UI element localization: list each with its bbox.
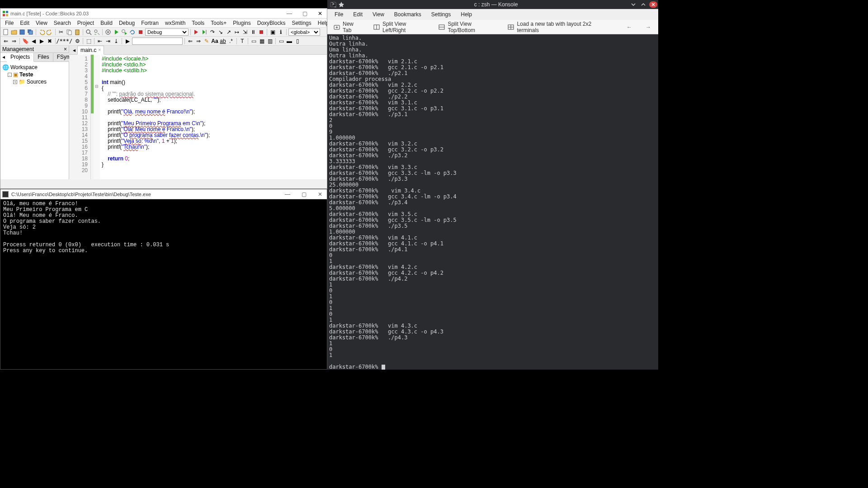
- menu-wxsmith[interactable]: wxSmith: [162, 19, 188, 27]
- menu-file[interactable]: File: [330, 10, 348, 19]
- run-search-icon[interactable]: ▶: [124, 38, 131, 45]
- menu-edit[interactable]: Edit: [349, 10, 367, 19]
- rebuild-icon[interactable]: [129, 28, 136, 36]
- management-tab-projects[interactable]: Projects: [7, 53, 34, 62]
- doxy-comment-icon[interactable]: /**: [57, 38, 65, 45]
- menu-fortran[interactable]: Fortran: [138, 19, 161, 27]
- menu-help[interactable]: Help: [456, 10, 476, 19]
- konsole-titlebar[interactable]: >_ c : zsh — Konsole: [327, 0, 658, 9]
- select-icon[interactable]: ⬚: [85, 38, 92, 45]
- step-into-icon[interactable]: ↘: [217, 28, 224, 36]
- save-icon[interactable]: [19, 28, 26, 36]
- menu-project[interactable]: Project: [75, 19, 97, 27]
- menu-view[interactable]: View: [368, 10, 389, 19]
- ui-panel-icon[interactable]: ▭: [250, 38, 257, 45]
- last-jump-icon[interactable]: ⤓: [113, 38, 120, 45]
- close-button[interactable]: [649, 1, 657, 8]
- console-output[interactable]: Olá, meu nome é Franco! Meu Primeiro Pro…: [0, 199, 327, 256]
- cut-icon[interactable]: ✂: [57, 28, 65, 36]
- layout-1-icon[interactable]: ▭: [278, 38, 285, 45]
- redo-icon[interactable]: [46, 28, 53, 36]
- minimize-button[interactable]: [629, 1, 637, 8]
- tree-workspace[interactable]: 🌐 Workspace: [2, 64, 67, 71]
- menu-tools+[interactable]: Tools+: [208, 19, 229, 27]
- abort-icon[interactable]: [137, 28, 144, 36]
- back-icon[interactable]: ⇐: [2, 38, 9, 45]
- editor-tabs-scroll-left[interactable]: ◂: [71, 47, 77, 53]
- menu-settings[interactable]: Settings: [289, 19, 314, 27]
- code-editor[interactable]: 1234567891011121314151617181920 ⊟ #inclu…: [69, 55, 327, 179]
- new-tab-button[interactable]: New Tab: [331, 19, 364, 35]
- maximize-button[interactable]: [639, 1, 647, 8]
- ui-cols-icon[interactable]: ▥: [266, 38, 274, 45]
- minimize-button[interactable]: —: [281, 191, 294, 197]
- match-case-icon[interactable]: Aa: [211, 38, 218, 45]
- build-run-icon[interactable]: [121, 28, 128, 36]
- regex-icon[interactable]: .*: [227, 38, 235, 45]
- maximize-button[interactable]: ▢: [297, 191, 311, 197]
- menu-bookmarks[interactable]: Bookmarks: [390, 10, 426, 19]
- undo-icon[interactable]: [38, 28, 45, 36]
- open-icon[interactable]: [10, 28, 18, 36]
- step-out-icon[interactable]: ↗: [225, 28, 232, 36]
- menu-edit[interactable]: Edit: [17, 19, 32, 27]
- next-result-icon[interactable]: ⇒: [195, 38, 202, 45]
- menu-debug[interactable]: Debug: [116, 19, 137, 27]
- menu-tools[interactable]: Tools: [189, 19, 207, 27]
- save-all-icon[interactable]: [27, 28, 34, 36]
- scope-select[interactable]: <global>: [288, 28, 320, 36]
- stop-debug-icon[interactable]: [258, 28, 265, 36]
- expander-icon[interactable]: -: [8, 73, 12, 77]
- pin-icon[interactable]: [338, 1, 344, 8]
- incremental-search-input[interactable]: [132, 38, 183, 45]
- step-over-icon[interactable]: ↷: [209, 28, 216, 36]
- menu-build[interactable]: Build: [98, 19, 115, 27]
- forward-icon[interactable]: ⇒: [10, 38, 18, 45]
- maximize-button[interactable]: ▢: [298, 10, 311, 17]
- build-icon[interactable]: [104, 28, 112, 36]
- paste-icon[interactable]: [74, 28, 81, 36]
- build-target-select[interactable]: Debug: [145, 28, 189, 36]
- menu-plugins[interactable]: Plugins: [230, 19, 253, 27]
- jump-next-icon[interactable]: ⇥: [104, 38, 112, 45]
- layout-3-icon[interactable]: ▯: [294, 38, 301, 45]
- split-tb-button[interactable]: Split View Top/Bottom: [436, 19, 499, 35]
- replace-icon[interactable]: [93, 28, 100, 36]
- menu-file[interactable]: File: [2, 19, 16, 27]
- management-tab-files[interactable]: Files: [34, 53, 53, 61]
- menu-search[interactable]: Search: [51, 19, 74, 27]
- jump-prev-icon[interactable]: ⇤: [96, 38, 104, 45]
- code-body[interactable]: #include <locale.h>#include <stdio.h>#in…: [100, 55, 327, 179]
- editor-tab-main-c[interactable]: main.c ×: [77, 46, 104, 55]
- prev-result-icon[interactable]: ⇐: [187, 38, 194, 45]
- tab-prev-icon[interactable]: ←: [623, 22, 636, 32]
- menu-view[interactable]: View: [33, 19, 50, 27]
- step-instr-icon[interactable]: ⇲: [241, 28, 249, 36]
- next-instr-icon[interactable]: ↦: [233, 28, 241, 36]
- tree-folder-sources[interactable]: + 📁 Sources: [2, 78, 67, 85]
- doxy-wizard-icon[interactable]: ⚙: [74, 38, 81, 45]
- menu-settings[interactable]: Settings: [427, 10, 455, 19]
- new-file-icon[interactable]: [2, 28, 9, 36]
- text-icon[interactable]: T: [239, 38, 246, 45]
- menu-doxyblocks[interactable]: DoxyBlocks: [255, 19, 288, 27]
- run-icon[interactable]: [113, 28, 120, 36]
- expander-icon[interactable]: +: [13, 80, 17, 84]
- close-button[interactable]: ✕: [313, 10, 327, 17]
- copy-icon[interactable]: [66, 28, 73, 36]
- doxy-run-icon[interactable]: */: [66, 38, 73, 45]
- break-icon[interactable]: ⏸: [250, 28, 257, 36]
- info-icon[interactable]: ℹ: [277, 28, 284, 36]
- management-close-icon[interactable]: ×: [62, 46, 69, 52]
- tree-project[interactable]: - ▣ Teste: [2, 71, 67, 78]
- highlight-icon[interactable]: ✎: [203, 38, 210, 45]
- bookmark-next-icon[interactable]: ▶: [38, 38, 45, 45]
- split-lr-button[interactable]: Split View Left/Right: [371, 19, 429, 35]
- bookmark-clear-icon[interactable]: ✖: [46, 38, 53, 45]
- management-tabs-scroll-left[interactable]: ◂: [0, 53, 7, 61]
- find-icon[interactable]: [85, 28, 92, 36]
- bookmark-prev-icon[interactable]: ◀: [30, 38, 37, 45]
- whole-word-icon[interactable]: ab: [219, 38, 226, 45]
- debug-windows-icon[interactable]: ▣: [269, 28, 276, 36]
- layout-2-icon[interactable]: ▬: [286, 38, 293, 45]
